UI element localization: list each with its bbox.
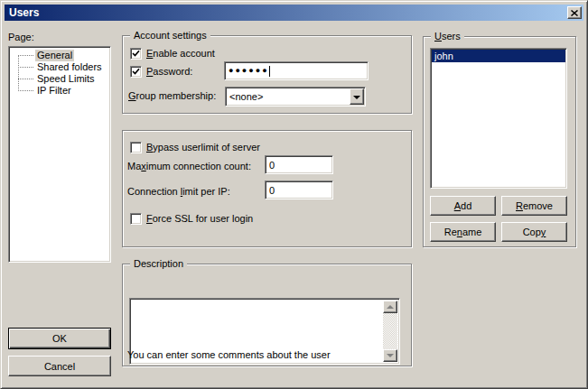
tree-item-label: IP Filter: [35, 85, 73, 97]
max-connections-label: Maximum connection count:: [127, 161, 251, 172]
text-caret: [269, 66, 270, 77]
remove-button[interactable]: Remove: [501, 196, 567, 216]
close-button[interactable]: [567, 6, 582, 19]
tree-line-icon: [18, 79, 33, 79]
page-label: Page:: [8, 32, 34, 43]
tree-line-icon: [18, 55, 33, 56]
users-dialog: Users Page: General Shared folders Speed…: [0, 0, 588, 389]
group-membership-label: Group membership:: [128, 90, 216, 102]
force-ssl-checkbox[interactable]: [130, 213, 142, 225]
arrow-up-icon: [387, 305, 394, 309]
tree-item-label: Speed Limits: [35, 73, 97, 85]
users-group-title: Users: [431, 31, 464, 42]
tree-line-icon: [18, 67, 33, 68]
check-icon: [132, 68, 140, 76]
password-checkbox[interactable]: [130, 66, 142, 78]
enable-account-label[interactable]: Enable account: [146, 48, 215, 60]
tree-item-general[interactable]: General: [9, 50, 110, 61]
tree-item-label: Shared folders: [35, 61, 104, 73]
description-hint: You can enter some comments about the us…: [127, 349, 331, 361]
tree-item-label: General: [35, 50, 74, 61]
scroll-up-button[interactable]: [383, 301, 397, 313]
per-ip-limit-label: Connection limit per IP:: [127, 186, 230, 198]
user-list-item[interactable]: john: [432, 50, 565, 62]
description-title: Description: [130, 258, 187, 270]
tree-line-icon: [18, 90, 33, 91]
max-connections-input[interactable]: 0: [265, 155, 333, 174]
scrollbar-track[interactable]: [383, 313, 397, 349]
tree-item-shared-folders[interactable]: Shared folders: [9, 61, 110, 73]
description-scrollbar[interactable]: [383, 301, 397, 362]
close-icon: [571, 10, 578, 16]
page-tree: General Shared folders Speed Limits IP F…: [8, 46, 111, 263]
users-listbox: john: [430, 48, 567, 189]
window-title: Users: [9, 6, 39, 19]
group-membership-select[interactable]: <none>: [225, 87, 366, 107]
account-settings-title: Account settings: [130, 30, 210, 42]
enable-account-checkbox[interactable]: [130, 48, 142, 60]
password-value: ●●●●●●: [229, 66, 269, 76]
per-ip-limit-input[interactable]: 0: [265, 181, 333, 199]
arrow-down-icon: [387, 354, 394, 357]
scroll-down-button[interactable]: [383, 349, 397, 362]
check-icon: [132, 50, 140, 58]
add-button[interactable]: Add: [430, 196, 496, 216]
copy-button[interactable]: Copy: [501, 222, 567, 242]
group-membership-value: <none>: [229, 91, 263, 102]
tree-item-ip-filter[interactable]: IP Filter: [9, 85, 110, 97]
title-bar[interactable]: Users: [5, 5, 583, 21]
force-ssl-label[interactable]: Force SSL for user login: [146, 213, 253, 225]
password-input[interactable]: ●●●●●●: [224, 61, 369, 80]
rename-button[interactable]: Rename: [430, 222, 496, 242]
tree-item-speed-limits[interactable]: Speed Limits: [9, 73, 110, 85]
chevron-down-icon: [353, 96, 360, 99]
ok-button[interactable]: OK: [8, 328, 111, 349]
bypass-userlimit-label[interactable]: Bypass userlimit of server: [146, 142, 260, 153]
password-label[interactable]: Password:: [146, 66, 192, 78]
cancel-button[interactable]: Cancel: [8, 356, 111, 376]
per-ip-limit-value: 0: [269, 185, 275, 196]
bypass-userlimit-checkbox[interactable]: [130, 142, 142, 153]
max-connections-value: 0: [269, 160, 275, 171]
combo-dropdown-button[interactable]: [350, 88, 364, 105]
